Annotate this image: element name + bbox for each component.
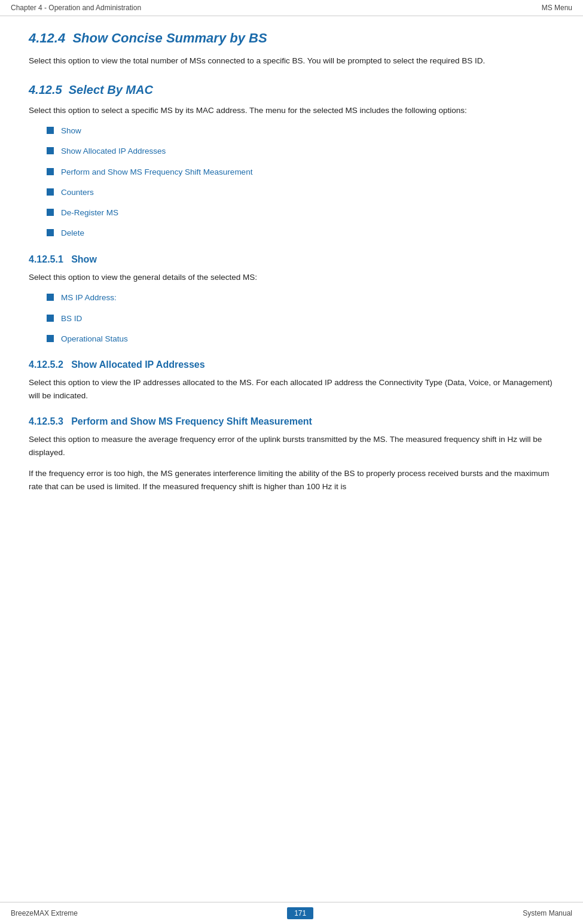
section-4-12-5-2: 4.12.5.2 Show Allocated IP Addresses Sel… [29, 359, 554, 402]
footer-right: System Manual [523, 909, 572, 917]
bullet-icon [47, 229, 54, 236]
section-4-12-5-title: Select By MAC [69, 83, 153, 96]
section-4-12-5-1-heading: 4.12.5.1 Show [29, 254, 554, 265]
main-content: 4.12.4 Show Concise Summary by BS Select… [0, 16, 583, 538]
section-4-12-5-1-body: Select this option to view the general d… [29, 271, 554, 284]
bullet-text: Show [61, 125, 81, 137]
section-4-12-5-bullets: Show Show Allocated IP Addresses Perform… [47, 125, 554, 240]
section-4-12-5-num: 4.12.5 [29, 83, 62, 96]
section-4-12-5-body: Select this option to select a specific … [29, 104, 554, 117]
section-4-12-4-title: Show Concise Summary by BS [72, 31, 267, 45]
list-item: MS IP Address: [47, 292, 554, 304]
header-left: Chapter 4 - Operation and Administration [11, 4, 141, 12]
bullet-icon [47, 315, 54, 322]
section-4-12-5-3-body2: If the frequency error is too high, the … [29, 467, 554, 493]
page-footer: BreezeMAX Extreme 171 System Manual [0, 902, 583, 924]
bullet-text: Show Allocated IP Addresses [61, 145, 166, 157]
list-item: De-Register MS [47, 207, 554, 219]
header-right: MS Menu [542, 4, 572, 12]
list-item: BS ID [47, 313, 554, 325]
bullet-text: BS ID [61, 313, 82, 325]
list-item: Show Allocated IP Addresses [47, 145, 554, 157]
bullet-text: MS IP Address: [61, 292, 117, 304]
bullet-icon [47, 147, 54, 154]
bullet-icon [47, 127, 54, 134]
section-4-12-5-1-title: Show [71, 254, 97, 264]
bullet-icon [47, 168, 54, 175]
section-4-12-5: 4.12.5 Select By MAC Select this option … [29, 83, 554, 240]
list-item: Counters [47, 187, 554, 199]
list-item: Delete [47, 227, 554, 239]
section-4-12-5-3-body1: Select this option to measure the averag… [29, 433, 554, 459]
section-4-12-4-heading: 4.12.4 Show Concise Summary by BS [29, 31, 554, 46]
section-4-12-5-1: 4.12.5.1 Show Select this option to view… [29, 254, 554, 345]
bullet-text: Counters [61, 187, 94, 199]
section-4-12-5-1-num: 4.12.5.1 [29, 254, 63, 264]
section-4-12-5-3-num: 4.12.5.3 [29, 416, 63, 426]
list-item: Show [47, 125, 554, 137]
bullet-text: Perform and Show MS Frequency Shift Meas… [61, 166, 252, 178]
list-item: Perform and Show MS Frequency Shift Meas… [47, 166, 554, 178]
section-4-12-5-3: 4.12.5.3 Perform and Show MS Frequency S… [29, 416, 554, 493]
section-4-12-5-3-title: Perform and Show MS Frequency Shift Meas… [71, 416, 312, 426]
bullet-text: Delete [61, 227, 84, 239]
section-4-12-5-2-heading: 4.12.5.2 Show Allocated IP Addresses [29, 359, 554, 370]
section-4-12-5-3-heading: 4.12.5.3 Perform and Show MS Frequency S… [29, 416, 554, 427]
section-4-12-5-2-body: Select this option to view the IP addres… [29, 376, 554, 402]
bullet-icon [47, 209, 54, 216]
section-4-12-5-heading: 4.12.5 Select By MAC [29, 83, 554, 97]
footer-page-number: 171 [287, 907, 313, 919]
bullet-icon [47, 335, 54, 342]
bullet-text: De-Register MS [61, 207, 118, 219]
section-4-12-4: 4.12.4 Show Concise Summary by BS Select… [29, 31, 554, 68]
bullet-icon [47, 188, 54, 196]
section-4-12-4-body: Select this option to view the total num… [29, 54, 554, 68]
section-4-12-5-2-num: 4.12.5.2 [29, 359, 63, 370]
bullet-icon [47, 294, 54, 301]
section-4-12-5-1-bullets: MS IP Address: BS ID Operational Status [47, 292, 554, 345]
section-4-12-4-num: 4.12.4 [29, 31, 65, 45]
section-4-12-5-2-title: Show Allocated IP Addresses [71, 359, 204, 370]
list-item: Operational Status [47, 333, 554, 345]
page-header: Chapter 4 - Operation and Administration… [0, 0, 583, 16]
bullet-text: Operational Status [61, 333, 128, 345]
footer-left: BreezeMAX Extreme [11, 909, 78, 917]
